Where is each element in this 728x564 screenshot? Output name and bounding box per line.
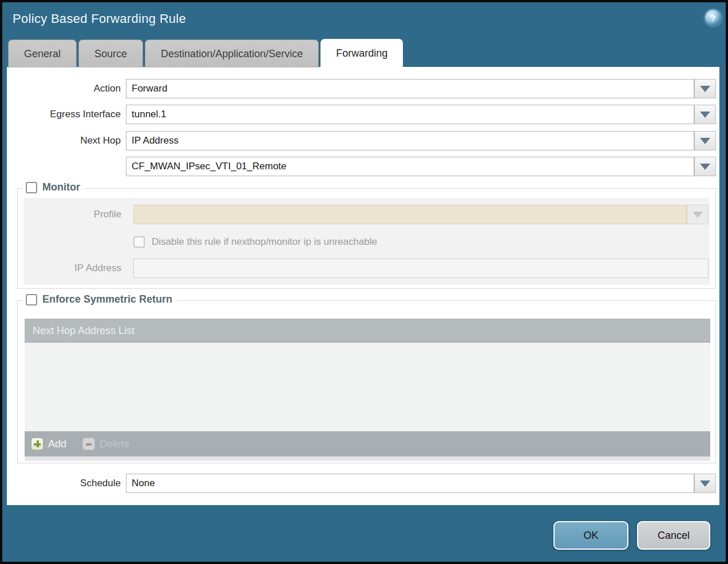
monitor-ip-address-input [133,259,709,278]
tab-source[interactable]: Source [78,39,143,67]
table-bottom-strip [25,456,710,461]
symmetric-return-checkbox[interactable] [26,294,37,305]
profile-select [133,205,687,224]
ok-button[interactable]: OK [553,521,628,550]
schedule-select[interactable]: None [126,474,694,493]
next-hop-type-select[interactable]: IP Address [126,131,694,150]
monitor-ip-address-label: IP Address [23,263,121,274]
monitor-ip-address-row: IP Address [23,259,709,278]
chevron-down-icon [700,86,710,92]
next-hop-address-dropdown-button[interactable] [694,157,716,176]
action-dropdown-button[interactable] [694,79,716,98]
schedule-dropdown-button[interactable] [694,474,716,493]
next-hop-dropdown-button[interactable] [694,131,716,150]
chevron-down-icon [700,480,710,487]
profile-label: Profile [23,209,121,220]
add-button[interactable]: Add [31,438,66,450]
help-icon[interactable]: ? [705,10,721,26]
tab-destination-application-service[interactable]: Destination/Application/Service [145,39,319,67]
monitor-section: Monitor Profile Disable this rule if nex… [17,188,716,289]
monitor-checkbox[interactable] [26,182,37,193]
egress-interface-select[interactable]: tunnel.1 [126,105,694,124]
action-row: Action Forward [7,79,716,98]
symmetric-return-legend: Enforce Symmetric Return [22,293,177,305]
monitor-legend: Monitor [22,181,85,193]
minus-icon [82,438,95,450]
tab-bar: General Source Destination/Application/S… [8,39,405,67]
next-hop-row: Next Hop IP Address [7,131,716,150]
delete-button: Delete [82,438,129,450]
chevron-down-icon [693,212,703,218]
egress-interface-row: Egress Interface tunnel.1 [7,105,716,124]
next-hop-label: Next Hop [7,135,121,146]
egress-interface-dropdown-button[interactable] [694,105,716,124]
disable-rule-label: Disable this rule if nexthop/monitor ip … [152,236,377,248]
plus-icon [31,438,43,450]
forwarding-tab-panel: Action Forward Egress Interface tunnel.1… [7,67,719,505]
next-hop-address-row: CF_MWAN_IPsec_VTI_01_Remote [7,157,716,176]
schedule-label: Schedule [7,478,121,489]
schedule-row: Schedule None [7,474,716,493]
chevron-down-icon [700,112,710,118]
chevron-down-icon [700,138,710,144]
monitor-content: Profile Disable this rule if nexthop/mon… [23,198,710,285]
action-label: Action [7,83,121,94]
disable-rule-checkbox [133,236,145,248]
profile-row: Profile [23,205,709,224]
chevron-down-icon [700,164,710,170]
next-hop-address-select[interactable]: CF_MWAN_IPsec_VTI_01_Remote [126,157,694,176]
pbf-rule-dialog: Policy Based Forwarding Rule ? General S… [0,0,728,564]
delete-button-label: Delete [100,438,129,450]
egress-interface-label: Egress Interface [7,109,121,120]
action-select[interactable]: Forward [126,79,694,98]
symmetric-return-title: Enforce Symmetric Return [42,293,172,305]
next-hop-address-list-toolbar: Add Delete [25,431,710,456]
next-hop-address-list-body [25,343,710,431]
dialog-title: Policy Based Forwarding Rule [13,11,186,26]
cancel-button[interactable]: Cancel [637,521,710,550]
tab-general[interactable]: General [8,39,77,67]
symmetric-return-section: Enforce Symmetric Return Next Hop Addres… [17,300,716,463]
help-glyph: ? [710,13,715,23]
next-hop-address-table: Next Hop Address List Add Delete [25,319,710,461]
tab-forwarding[interactable]: Forwarding [321,39,403,69]
profile-dropdown-button [687,205,709,224]
next-hop-address-list-header: Next Hop Address List [25,319,710,343]
add-button-label: Add [48,438,66,450]
disable-rule-row: Disable this rule if nexthop/monitor ip … [133,232,377,252]
monitor-title: Monitor [42,181,80,193]
